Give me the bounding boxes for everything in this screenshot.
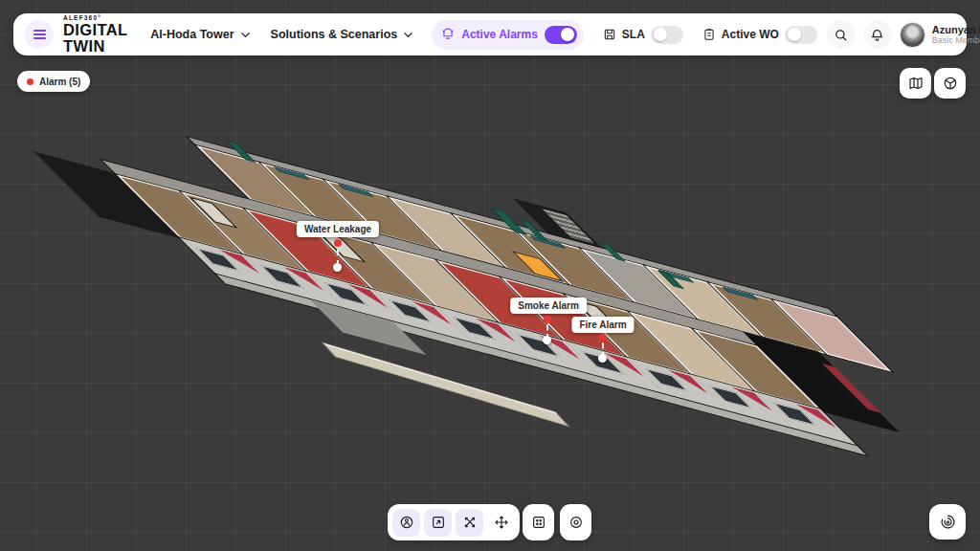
alarm-source-dot bbox=[544, 316, 551, 323]
menu-button[interactable] bbox=[25, 20, 54, 49]
avatar bbox=[900, 22, 925, 48]
viewport-toolbar bbox=[388, 504, 520, 540]
chevron-down-icon bbox=[241, 31, 250, 39]
user-menu[interactable]: Azunyan U. Wu Basic Member bbox=[900, 22, 980, 48]
user-meta: Azunyan U. Wu Basic Member bbox=[932, 24, 980, 46]
orbit-button[interactable] bbox=[456, 509, 483, 537]
alarm-red-dot-icon bbox=[27, 78, 33, 85]
walk-mode-icon bbox=[399, 515, 414, 530]
rotate-view-button[interactable] bbox=[929, 504, 966, 540]
hamburger-menu-icon bbox=[33, 28, 46, 41]
alarm-anchor-dot bbox=[333, 263, 342, 272]
alarm-source-dot bbox=[599, 334, 607, 342]
brand-logo: ALEF360° DIGITAL TWIN bbox=[63, 15, 127, 55]
walk-mode-button[interactable] bbox=[392, 509, 420, 537]
map-view-button[interactable] bbox=[900, 68, 931, 99]
3d-view-button[interactable] bbox=[934, 68, 966, 99]
focus-icon bbox=[568, 515, 584, 530]
alarm-label-water-leakage[interactable]: Water Leakage bbox=[297, 221, 379, 237]
active-wo-label: Active WO bbox=[722, 28, 779, 41]
solutions-scenarios-selector[interactable]: Solutions & Scenarios bbox=[265, 28, 419, 41]
alarm-label-fire[interactable]: Fire Alarm bbox=[571, 317, 634, 333]
brand-name: DIGITAL TWIN bbox=[63, 22, 127, 54]
focus-button[interactable] bbox=[560, 504, 591, 540]
user-name: Azunyan U. Wu bbox=[932, 24, 980, 36]
alarm-anchor-dot bbox=[543, 336, 551, 344]
fit-view-button[interactable] bbox=[523, 504, 554, 540]
search-button[interactable] bbox=[827, 20, 856, 49]
zoom-window-icon bbox=[431, 515, 446, 530]
alarm-bell-icon bbox=[441, 28, 455, 41]
active-alarms-toggle[interactable] bbox=[545, 26, 577, 44]
active-alarms-label: Active Alarms bbox=[461, 28, 538, 41]
search-icon bbox=[834, 28, 848, 42]
building-selector[interactable]: Al-Hoda Tower bbox=[145, 28, 255, 41]
pan-icon bbox=[494, 515, 509, 530]
facade-window bbox=[196, 248, 240, 272]
sla-toggle[interactable] bbox=[651, 26, 683, 44]
top-navigation-bar: ALEF360° DIGITAL TWIN Al-Hoda Tower Solu… bbox=[13, 13, 967, 55]
active-wo-toggle-group[interactable]: Active WO bbox=[702, 26, 817, 44]
sla-toggle-group[interactable]: SLA bbox=[603, 26, 683, 44]
map-icon bbox=[908, 76, 924, 91]
notification-bell-icon bbox=[870, 28, 884, 42]
alarm-source-dot bbox=[334, 239, 342, 247]
alarm-anchor-dot bbox=[598, 354, 607, 363]
chevron-down-icon bbox=[404, 31, 412, 39]
active-alarms-toggle-group[interactable]: Active Alarms bbox=[432, 20, 584, 50]
sla-disk-icon bbox=[603, 28, 616, 41]
user-role: Basic Member bbox=[932, 35, 980, 45]
notifications-button[interactable] bbox=[863, 20, 892, 49]
header-right-cluster: Azunyan U. Wu Basic Member bbox=[827, 20, 980, 49]
fit-view-icon bbox=[531, 515, 546, 530]
alarm-label-smoke[interactable]: Smoke Alarm bbox=[510, 298, 587, 314]
zoom-window-button[interactable] bbox=[424, 509, 452, 537]
sla-label: SLA bbox=[622, 28, 645, 41]
orbit-icon bbox=[462, 515, 478, 530]
cube-3d-icon bbox=[943, 76, 958, 91]
pan-button[interactable] bbox=[487, 509, 515, 537]
viewport-3d[interactable]: Water Leakage Smoke Alarm Fire Alarm bbox=[0, 0, 980, 551]
rotate-360-icon bbox=[940, 514, 956, 530]
alarm-badge-label: Alarm (5) bbox=[39, 77, 80, 87]
active-wo-toggle[interactable] bbox=[785, 26, 817, 44]
work-order-clipboard-icon bbox=[702, 28, 716, 41]
alarm-count-badge[interactable]: Alarm (5) bbox=[17, 71, 90, 92]
